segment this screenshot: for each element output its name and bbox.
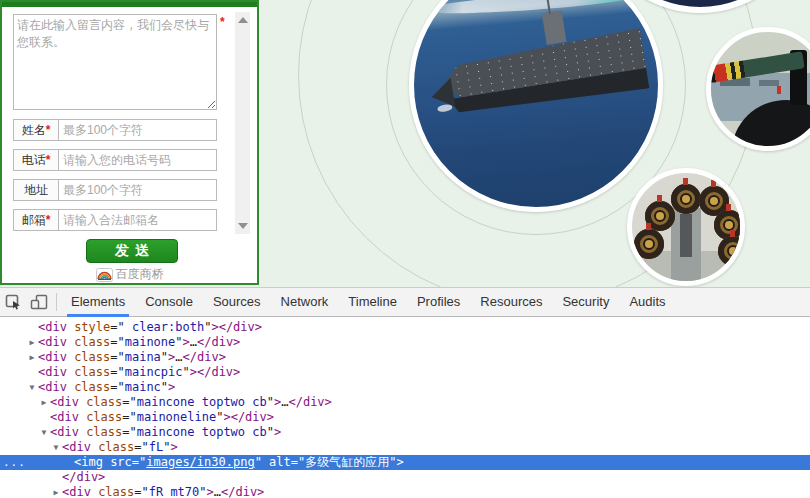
cylinder-nozzle <box>718 236 745 266</box>
syntax-token: fR mt70 <box>149 485 200 498</box>
syntax-token: mainone <box>125 335 176 349</box>
toolbar-separator <box>56 293 57 311</box>
syntax-token: =" <box>291 455 305 469</box>
dom-tree-row[interactable]: ▶<div class="maincone toptwo cb">…</div> <box>0 395 810 410</box>
syntax-token: </div> <box>231 410 274 424</box>
syntax-token: </div> <box>197 335 240 349</box>
expand-arrow-down-icon[interactable]: ▼ <box>50 440 62 455</box>
baidu-bridge-brand[interactable]: 百度商桥 <box>2 266 257 283</box>
syntax-token: alt <box>269 455 291 469</box>
dom-tree-row-selected[interactable]: ...<img src="images/in30.png" alt="多级气缸的… <box>0 455 810 470</box>
dom-tree-row[interactable]: ▶<div class="maina">…</div> <box>0 350 810 365</box>
syntax-token: mainc <box>125 380 161 394</box>
expand-arrow-right-icon[interactable]: ▶ <box>38 395 50 410</box>
tab-network[interactable]: Network <box>271 288 339 317</box>
webpage-viewport: * 姓名*电话*地址邮箱* 发送 百度商桥 <box>0 0 810 287</box>
syntax-token: =" <box>110 320 124 334</box>
syntax-token: maincone toptwo cb <box>137 425 267 439</box>
syntax-token: " <box>255 455 269 469</box>
required-asterisk: * <box>46 123 51 137</box>
machinery-photo-circle <box>627 168 745 286</box>
tab-elements[interactable]: Elements <box>61 288 135 317</box>
syntax-token: maina <box>125 350 161 364</box>
dom-tree-row[interactable]: <div class="maincpic"></div> <box>0 365 810 380</box>
syntax-token: " <box>161 380 168 394</box>
syntax-token: </div> <box>62 470 105 484</box>
device-toolbar-icon[interactable] <box>26 290 52 314</box>
message-textarea[interactable] <box>13 14 217 110</box>
field-input-邮箱[interactable] <box>59 209 217 231</box>
scroll-up-icon[interactable] <box>238 17 248 23</box>
syntax-token: > <box>168 380 175 394</box>
dom-tree-row[interactable]: ▶<div class="fR mt70">…</div> <box>0 485 810 498</box>
syntax-token: > <box>211 320 218 334</box>
field-row-姓名: 姓名* <box>13 119 217 141</box>
syntax-token: > <box>207 485 214 498</box>
syntax-token: class <box>86 425 122 439</box>
dom-tree-row[interactable]: <div class="mainoneline"></div> <box>0 410 810 425</box>
expand-arrow-right-icon[interactable]: ▶ <box>50 485 62 498</box>
syntax-token: =" <box>110 380 124 394</box>
expand-arrow-down-icon[interactable]: ▼ <box>38 425 50 440</box>
syntax-token: maincone toptwo cb <box>137 395 267 409</box>
scroll-down-icon[interactable] <box>238 223 248 229</box>
tab-timeline[interactable]: Timeline <box>338 288 407 317</box>
syntax-token: > <box>170 440 177 454</box>
syntax-token: > <box>396 455 403 469</box>
expand-arrow-down-icon[interactable]: ▼ <box>26 380 38 395</box>
syntax-token: =" <box>110 335 124 349</box>
syntax-token: class <box>86 395 122 409</box>
syntax-token: <div <box>50 425 86 439</box>
field-input-电话[interactable] <box>59 149 217 171</box>
syntax-token: " <box>161 350 168 364</box>
sailor-figure <box>777 86 781 94</box>
field-input-姓名[interactable] <box>59 119 217 141</box>
syntax-token: clear:both <box>125 320 204 334</box>
send-button[interactable]: 发送 <box>86 239 178 263</box>
more-actions-icon[interactable]: ... <box>3 455 26 470</box>
syntax-token: </div> <box>183 350 226 364</box>
dom-tree-row[interactable]: ▶<div class="mainone">…</div> <box>0 335 810 350</box>
expand-arrow-right-icon[interactable]: ▶ <box>26 335 38 350</box>
brand-label: 百度商桥 <box>116 266 164 283</box>
tab-console[interactable]: Console <box>135 288 203 317</box>
required-asterisk: * <box>46 213 51 227</box>
dom-tree-row[interactable]: </div> <box>0 470 810 485</box>
syntax-token: class <box>98 485 134 498</box>
syntax-token: " <box>267 395 274 409</box>
syntax-token: =" <box>122 425 136 439</box>
carrier-wake <box>424 0 639 17</box>
dom-tree-row[interactable]: ▼<div class="maincone toptwo cb"> <box>0 425 810 440</box>
syntax-token: class <box>74 335 110 349</box>
syntax-token: =" <box>122 410 136 424</box>
syntax-token: <div <box>38 335 74 349</box>
tab-audits[interactable]: Audits <box>619 288 675 317</box>
field-label: 邮箱* <box>13 209 59 231</box>
baidu-bridge-chat-widget: * 姓名*电话*地址邮箱* 发送 百度商桥 <box>0 0 259 285</box>
syntax-token: </div> <box>219 320 262 334</box>
tab-sources[interactable]: Sources <box>203 288 271 317</box>
syntax-token: =" <box>110 350 124 364</box>
field-input-地址[interactable] <box>59 179 217 201</box>
syntax-token: > <box>274 425 281 439</box>
carrier-island <box>542 10 566 44</box>
syntax-token: =" <box>110 365 124 379</box>
tab-resources[interactable]: Resources <box>470 288 552 317</box>
syntax-token: style <box>74 320 110 334</box>
syntax-token: </div> <box>288 395 331 409</box>
tab-profiles[interactable]: Profiles <box>407 288 470 317</box>
widget-scrollbar[interactable] <box>235 12 250 234</box>
field-label: 姓名* <box>13 119 59 141</box>
expand-arrow-right-icon[interactable]: ▶ <box>26 350 38 365</box>
syntax-token: " <box>175 335 182 349</box>
syntax-token: images/in30.png <box>146 455 254 469</box>
field-label: 电话* <box>13 149 59 171</box>
syntax-token: <div <box>50 395 86 409</box>
inspect-element-icon[interactable] <box>0 290 26 314</box>
tab-security[interactable]: Security <box>552 288 619 317</box>
dom-tree: <div style=" clear:both"></div>▶<div cla… <box>0 317 810 498</box>
syntax-token: <div <box>38 320 74 334</box>
dom-tree-row[interactable]: ▼<div class="fL"> <box>0 440 810 455</box>
dom-tree-row[interactable]: ▼<div class="mainc"> <box>0 380 810 395</box>
dom-tree-row[interactable]: <div style=" clear:both"></div> <box>0 320 810 335</box>
